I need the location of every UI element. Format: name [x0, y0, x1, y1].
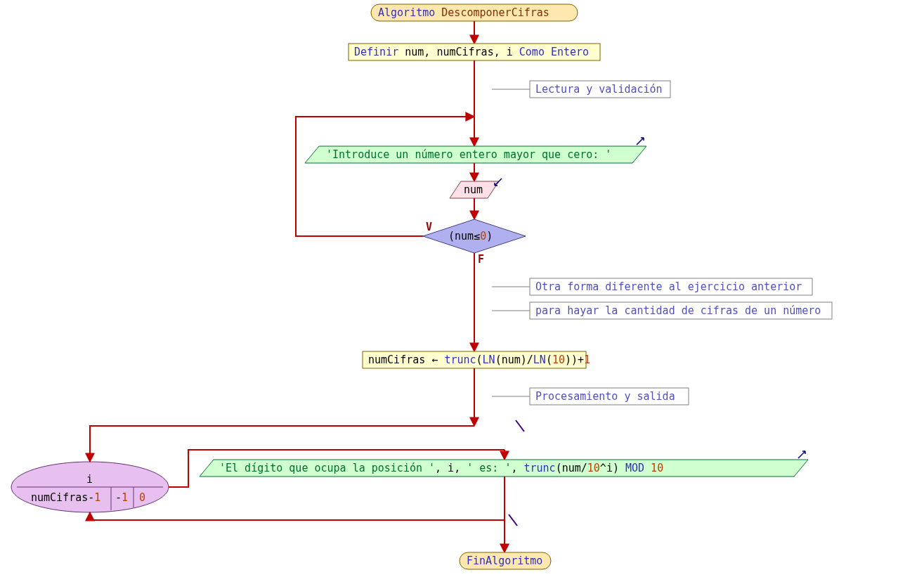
loop-exit-tick: [509, 514, 517, 526]
kw-algoritmo: Algoritmo: [378, 6, 435, 19]
out-str1: 'El dígito que ocupa la posición ': [219, 462, 435, 474]
svg-text:'El dígito que ocupa la posici: 'El dígito que ocupa la posición ', i, '…: [219, 462, 663, 474]
p: (: [546, 354, 552, 366]
out-arrow-icon: [637, 138, 644, 145]
process-assign-numcifras: numCifras ← trunc(LN(num)/LN(10))+1: [363, 351, 590, 368]
num10c: 10: [651, 462, 663, 474]
svg-text:Definir num, numCifras, i Como: Definir num, numCifras, i Como Entero: [354, 46, 589, 58]
svg-line-24: [516, 420, 524, 432]
caret: ^i): [600, 462, 619, 474]
decision-left: (num≤: [448, 230, 480, 242]
decision-right: ): [486, 230, 493, 242]
fn-trunc2: trunc: [523, 462, 555, 474]
out-str2: ' es: ': [467, 462, 511, 474]
svg-text:numCifras ← trunc(LN(num)/LN(1: numCifras ← trunc(LN(num)/LN(10))+1: [368, 354, 590, 366]
flow-into-loop: [90, 426, 474, 462]
comment-processing: Procesamiento y salida: [492, 388, 689, 405]
svg-text:Algoritmo DescomponerCifras: Algoritmo DescomponerCifras: [378, 6, 549, 19]
svg-line-27: [509, 514, 517, 526]
loop-from-a: numCifras-: [31, 491, 94, 504]
svg-text:numCifras-1: numCifras-1: [31, 491, 100, 504]
comment-validation: Lectura y validación: [492, 81, 670, 98]
loop-from-b: 1: [94, 491, 100, 504]
kw-finalgoritmo: FinAlgoritmo: [467, 555, 542, 567]
p: (num/: [556, 462, 587, 474]
comment-text: Otra forma diferente al ejercicio anteri…: [535, 280, 802, 293]
decision-zero: 0: [480, 230, 486, 242]
comment-text: Lectura y validación: [535, 83, 663, 96]
num10: 10: [552, 354, 565, 366]
kw-definir: Definir: [354, 46, 398, 58]
process-define: Definir num, numCifras, i Como Entero: [349, 44, 600, 60]
fn-ln2: LN: [533, 354, 546, 366]
io-input-num: num: [450, 179, 502, 198]
p: (: [476, 354, 483, 366]
flow-loop-return: [90, 512, 505, 520]
comment-method-2: para hayar la cantidad de cifras de un n…: [492, 302, 832, 319]
terminal-end: FinAlgoritmo: [460, 552, 551, 569]
decision-num-le-0: (num≤0): [423, 219, 526, 253]
label-false: F: [478, 253, 484, 266]
kw-como-entero: Como Entero: [519, 46, 589, 58]
terminal-start: Algoritmo DescomponerCifras: [371, 4, 578, 21]
io-output-prompt: 'Introduce un número entero mayor que ce…: [305, 138, 646, 163]
loop-var: i: [86, 473, 93, 486]
comment-text: Procesamiento y salida: [535, 390, 675, 403]
fn-ln1: LN: [483, 354, 495, 366]
out-mid1: , i,: [435, 462, 467, 474]
io-prompt-text: 'Introduce un número entero mayor que ce…: [326, 148, 611, 161]
loop-entry-tick: [516, 420, 524, 432]
flow-loopback-true: [296, 117, 474, 236]
comment-method-1: Otra forma diferente al ejercicio anteri…: [492, 278, 812, 295]
io-read-var: num: [464, 183, 483, 196]
p: ))+: [565, 354, 584, 366]
num10b: 10: [587, 462, 600, 474]
p: (num)/: [495, 354, 533, 366]
svg-text:-1: -1: [115, 491, 128, 504]
assign-lhs: numCifras ←: [368, 354, 438, 366]
comment-text: para hayar la cantidad de cifras de un n…: [535, 304, 821, 317]
out-arrow-icon: [798, 451, 805, 458]
num1: 1: [584, 354, 590, 366]
define-vars: num, numCifras, i: [405, 46, 513, 58]
loop-to: 0: [139, 491, 145, 504]
kw-mod: MOD: [625, 462, 644, 474]
fn-trunc: trunc: [444, 354, 476, 366]
svg-text:(num≤0): (num≤0): [448, 230, 493, 242]
out-mid2: ,: [511, 462, 523, 474]
label-true: V: [426, 221, 432, 233]
loop-for: i numCifras-1 -1 0: [11, 462, 169, 512]
algo-name: DescomponerCifras: [441, 6, 549, 19]
